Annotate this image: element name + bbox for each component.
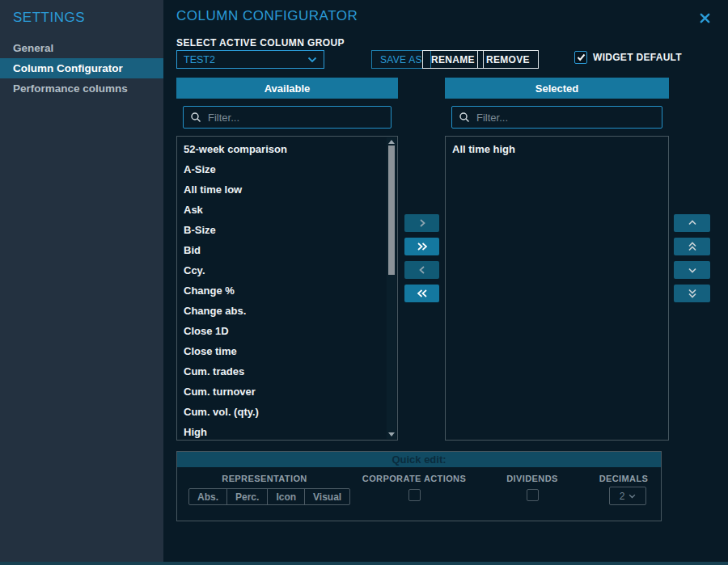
decimals-label: DECIMALS <box>541 474 706 483</box>
page-title: COLUMN CONFIGURATOR <box>176 8 358 24</box>
move-all-left-button[interactable] <box>404 285 439 302</box>
scrollbar[interactable] <box>387 137 396 439</box>
representation-option[interactable]: Icon <box>268 489 305 504</box>
move-bottom-button[interactable] <box>674 285 710 302</box>
available-list: 52-week comparison A-Size All time low A… <box>176 136 398 441</box>
widget-default-checkbox[interactable] <box>574 51 587 64</box>
search-icon <box>459 112 470 123</box>
close-icon <box>699 12 711 24</box>
sidebar-item[interactable]: Performance columns <box>0 78 163 99</box>
double-chevron-up-icon <box>688 242 697 251</box>
sidebar-item-label: Column Configurator <box>13 62 123 74</box>
column-group-value: TEST2 <box>184 54 215 65</box>
available-list-item[interactable]: Cum. trades <box>177 361 397 382</box>
selected-panel: Selected All time high <box>445 78 669 441</box>
sidebar-nav: General Column Configurator Performance … <box>0 38 163 99</box>
check-icon <box>577 53 586 61</box>
chevron-up-icon <box>688 219 697 227</box>
sidebar: SETTINGS General Column Configurator Per… <box>0 0 163 562</box>
quick-edit-section: Quick edit: REPRESENTATION CORPORATE ACT… <box>176 451 662 521</box>
move-all-right-button[interactable] <box>404 238 439 255</box>
sidebar-item[interactable]: Column Configurator <box>0 58 163 78</box>
move-right-button[interactable] <box>404 214 439 232</box>
settings-window: SETTINGS General Column Configurator Per… <box>0 0 728 565</box>
available-list-item[interactable]: Cum. vol. (qty.) <box>177 402 397 422</box>
representation-option[interactable]: Perc. <box>227 489 268 504</box>
decimals-select[interactable]: 2 <box>609 487 646 505</box>
available-list-item[interactable]: 52-week comparison <box>177 139 397 159</box>
scrollbar-thumb[interactable] <box>388 145 395 275</box>
available-list-item[interactable]: B-Size <box>177 220 397 240</box>
available-list-item[interactable]: A-Size <box>177 159 397 179</box>
double-chevron-down-icon <box>688 289 697 298</box>
scroll-up-icon[interactable] <box>388 140 395 144</box>
available-list-item[interactable]: High <box>177 422 397 441</box>
move-top-button[interactable] <box>674 238 710 255</box>
available-list-item[interactable]: Close time <box>177 341 397 361</box>
active-column-group-label: SELECT ACTIVE COLUMN GROUP <box>176 37 345 48</box>
representation-segmented-control: Abs. Perc. Icon Visual <box>188 488 350 505</box>
scroll-down-icon[interactable] <box>388 432 395 436</box>
selected-filter <box>451 106 662 129</box>
column-configurator-panel: COLUMN CONFIGURATOR SELECT ACTIVE COLUMN… <box>163 0 728 562</box>
sidebar-item-label: Performance columns <box>13 82 128 95</box>
corporate-actions-checkbox[interactable] <box>408 489 421 501</box>
sidebar-item-label: General <box>13 42 53 54</box>
move-up-button[interactable] <box>674 214 710 232</box>
chevron-right-icon <box>418 218 426 228</box>
chevron-down-icon <box>307 57 317 63</box>
representation-option[interactable]: Visual <box>305 489 349 504</box>
move-left-button[interactable] <box>404 261 439 279</box>
double-chevron-right-icon <box>417 242 428 251</box>
quick-edit-header: Quick edit: <box>177 452 661 467</box>
available-list-item[interactable]: All time low <box>177 179 397 200</box>
search-icon <box>190 112 201 123</box>
representation-option[interactable]: Abs. <box>189 489 227 504</box>
selected-panel-header: Selected <box>445 78 669 99</box>
available-list-item[interactable]: Ccy. <box>177 260 397 280</box>
widget-default-label: WIDGET DEFAULT <box>593 52 682 63</box>
available-list-item[interactable]: Change abs. <box>177 301 397 321</box>
available-panel-header: Available <box>176 78 398 99</box>
chevron-down-icon <box>688 266 697 274</box>
rename-button[interactable]: RENAME <box>422 50 484 69</box>
sidebar-item[interactable]: General <box>0 38 163 58</box>
available-filter <box>183 106 392 129</box>
sidebar-title: SETTINGS <box>0 0 163 38</box>
chevron-left-icon <box>418 265 426 275</box>
available-list-item[interactable]: Change % <box>177 280 397 301</box>
move-down-button[interactable] <box>674 261 710 279</box>
selected-list: All time high <box>445 136 669 441</box>
selected-list-item[interactable]: All time high <box>446 139 668 159</box>
available-filter-input[interactable] <box>206 111 384 124</box>
available-panel: Available 52-week comparison A-Size All … <box>176 78 398 441</box>
chevron-down-icon <box>629 494 636 499</box>
selected-filter-input[interactable] <box>475 111 655 124</box>
close-button[interactable] <box>697 11 712 25</box>
available-list-item[interactable]: Cum. turnover <box>177 382 397 402</box>
remove-button[interactable]: REMOVE <box>477 50 539 69</box>
widget-default-group: WIDGET DEFAULT <box>574 51 682 64</box>
available-list-item[interactable]: Close 1D <box>177 321 397 341</box>
decimals-value: 2 <box>620 491 625 502</box>
available-list-item[interactable]: Ask <box>177 200 397 220</box>
dividends-checkbox[interactable] <box>527 489 539 501</box>
column-group-select[interactable]: TEST2 <box>176 50 324 69</box>
representation-label: REPRESENTATION <box>177 474 352 483</box>
double-chevron-left-icon <box>417 289 428 298</box>
available-list-item[interactable]: Bid <box>177 240 397 260</box>
